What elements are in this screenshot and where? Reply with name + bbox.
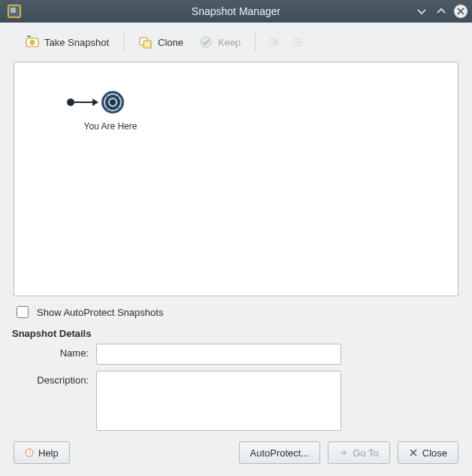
description-label: Description: — [14, 371, 89, 386]
root-node-icon — [67, 99, 74, 106]
close-button[interactable]: Close — [398, 441, 458, 464]
snapshot-details-header: Snapshot Details — [0, 328, 472, 342]
window-body: Take Snapshot Clone Keep — [0, 23, 472, 476]
description-textarea[interactable] — [96, 371, 341, 431]
svg-point-4 — [201, 37, 211, 47]
camera-arrow-icon — [25, 35, 40, 50]
minimize-button[interactable] — [415, 5, 428, 18]
take-snapshot-button[interactable]: Take Snapshot — [18, 30, 116, 54]
snapshot-graph: You Are Here — [43, 91, 148, 132]
close-window-button[interactable] — [454, 5, 467, 18]
arrow-icon — [74, 102, 97, 103]
autoprotect-button[interactable]: AutoProtect... — [239, 441, 321, 464]
app-icon — [8, 5, 21, 18]
window-buttons — [415, 5, 467, 18]
maximize-button[interactable] — [434, 5, 448, 18]
remove-icon — [292, 36, 304, 48]
close-icon — [409, 448, 418, 457]
help-button[interactable]: ? Help — [14, 441, 70, 464]
goto-label: Go To — [352, 447, 378, 459]
keep-label: Keep — [218, 37, 241, 48]
show-autoprotect-row: Show AutoProtect Snapshots — [0, 302, 472, 328]
add-snapshot-small-button — [263, 32, 286, 53]
current-state-label: You Are Here — [73, 121, 148, 132]
remove-snapshot-small-button — [287, 32, 310, 53]
svg-text:?: ? — [28, 450, 32, 456]
keep-button: Keep — [192, 30, 247, 54]
name-label: Name: — [14, 344, 89, 359]
snapshot-details-grid: Name: Description: — [0, 342, 472, 431]
add-icon — [268, 36, 280, 48]
name-input[interactable] — [96, 344, 341, 365]
bottom-button-bar: ? Help AutoProtect... Go To Close — [0, 431, 472, 476]
svg-rect-3 — [144, 41, 151, 48]
svg-point-1 — [30, 41, 35, 45]
toolbar: Take Snapshot Clone Keep — [0, 23, 472, 59]
clone-label: Clone — [158, 37, 183, 48]
goto-icon — [339, 448, 348, 457]
goto-button: Go To — [328, 441, 389, 464]
window-title: Snapshot Manager — [0, 5, 472, 17]
snapshot-tree-area[interactable]: You Are Here — [14, 62, 458, 296]
keep-icon — [198, 35, 213, 50]
take-snapshot-label: Take Snapshot — [44, 37, 109, 48]
close-label: Close — [422, 447, 447, 459]
autoprotect-label: AutoProtect... — [250, 447, 310, 459]
show-autoprotect-checkbox[interactable] — [17, 306, 29, 318]
help-label: Help — [38, 447, 59, 459]
toolbar-separator — [255, 32, 256, 52]
current-state-icon[interactable] — [101, 91, 124, 114]
help-icon: ? — [25, 448, 34, 457]
toolbar-separator — [123, 32, 124, 52]
title-bar: Snapshot Manager — [0, 0, 472, 23]
clone-button[interactable]: Clone — [132, 30, 190, 54]
show-autoprotect-label[interactable]: Show AutoProtect Snapshots — [37, 307, 163, 318]
clone-icon — [138, 35, 153, 50]
